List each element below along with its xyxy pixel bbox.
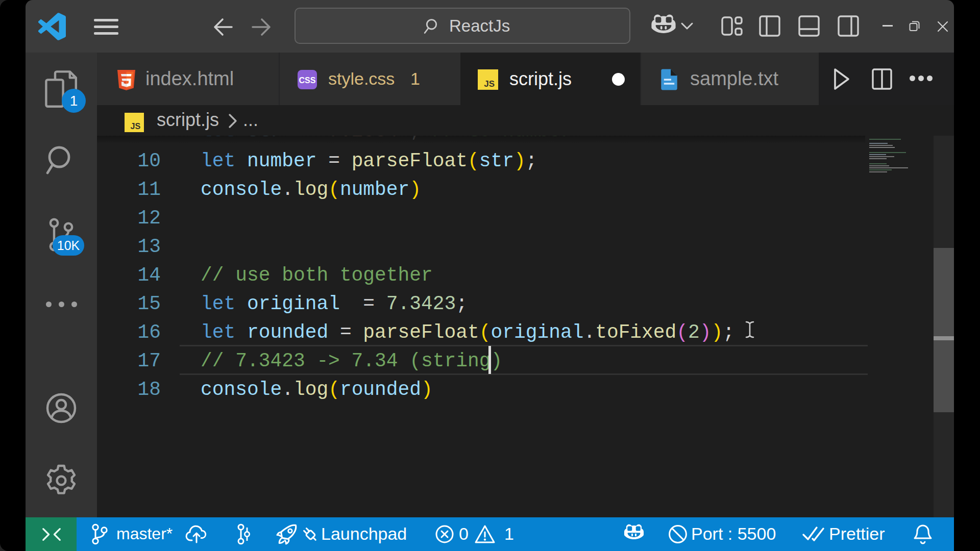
svg-text:CSS: CSS (299, 76, 316, 85)
svg-text:JS: JS (131, 121, 141, 131)
svg-text:JS: JS (484, 79, 495, 89)
